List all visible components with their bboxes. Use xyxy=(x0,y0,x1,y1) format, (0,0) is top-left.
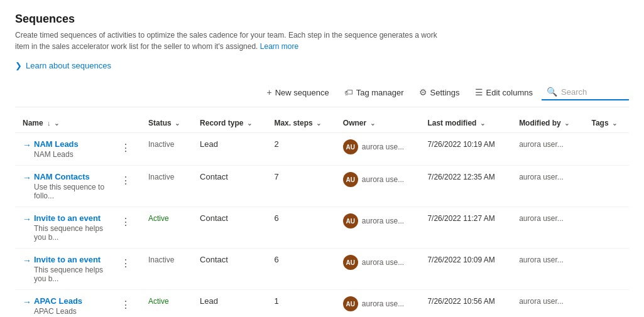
chevron-down-icon: ⌄ xyxy=(316,120,321,127)
page-title: Sequences xyxy=(15,13,629,26)
avatar: AU xyxy=(343,255,358,270)
cell-status: Active xyxy=(141,290,192,318)
owner-name: aurora use... xyxy=(362,142,404,151)
last-modified-value: 7/26/2022 11:27 AM xyxy=(427,214,494,223)
avatar: AU xyxy=(343,213,358,228)
owner-name: aurora use... xyxy=(362,299,404,308)
record-type-value: Contact xyxy=(200,255,228,264)
cell-status: Inactive xyxy=(141,249,192,290)
sequence-subtitle: This sequence helps you b... xyxy=(34,266,116,283)
max-steps-value: 1 xyxy=(274,296,278,306)
modified-by-value: aurora user... xyxy=(519,140,564,149)
col-tags[interactable]: Tags ⌄ xyxy=(584,114,629,133)
cell-name: → Invite to an event This sequence helps… xyxy=(15,207,141,249)
cell-tags xyxy=(584,166,629,207)
cell-max-steps: 7 xyxy=(266,166,335,207)
max-steps-value: 6 xyxy=(274,255,278,264)
chevron-down-icon: ⌄ xyxy=(480,120,485,127)
last-modified-value: 7/26/2022 12:35 AM xyxy=(427,173,494,181)
cell-max-steps: 2 xyxy=(266,133,335,166)
cell-last-modified: 7/26/2022 10:56 AM xyxy=(420,290,511,318)
search-box[interactable]: 🔍 xyxy=(542,84,629,100)
cell-last-modified: 7/26/2022 10:09 AM xyxy=(420,249,511,290)
table-row: → Invite to an event This sequence helps… xyxy=(15,249,629,290)
sequence-name-link[interactable]: NAM Contacts xyxy=(34,172,116,181)
record-type-value: Lead xyxy=(200,139,218,149)
search-input[interactable] xyxy=(561,87,624,97)
toolbar: + New sequence 🏷 Tag manager ⚙ Settings … xyxy=(15,84,629,107)
col-status[interactable]: Status ⌄ xyxy=(141,114,192,133)
chevron-down-icon: ⌄ xyxy=(54,120,59,127)
status-badge: Inactive xyxy=(148,254,174,266)
cell-last-modified: 7/26/2022 12:35 AM xyxy=(420,166,511,207)
col-name[interactable]: Name ↓ ⌄ xyxy=(15,114,141,133)
col-record-type[interactable]: Record type ⌄ xyxy=(192,114,266,133)
cell-owner: AU aurora use... xyxy=(336,249,420,290)
cell-tags xyxy=(584,207,629,249)
sort-asc-icon: ↓ xyxy=(47,119,51,127)
learn-more-section: ❯ Learn about sequences xyxy=(15,61,629,70)
sequence-name-link[interactable]: APAC Leads xyxy=(34,296,82,306)
cell-max-steps: 6 xyxy=(266,207,335,249)
more-options-button[interactable]: ⋮ xyxy=(118,172,133,189)
status-badge: Inactive xyxy=(148,139,174,150)
cell-status: Inactive xyxy=(141,133,192,166)
record-type-value: Contact xyxy=(200,172,228,181)
cell-record-type: Contact xyxy=(192,166,266,207)
status-badge: Active xyxy=(148,296,169,307)
chevron-down-icon: ⌄ xyxy=(247,120,252,127)
tag-manager-button[interactable]: 🏷 Tag manager xyxy=(338,84,410,100)
sequence-arrow-icon: → xyxy=(23,255,31,266)
max-steps-value: 7 xyxy=(274,172,278,181)
more-options-button[interactable]: ⋮ xyxy=(118,213,133,230)
cell-owner: AU aurora use... xyxy=(336,207,420,249)
sequence-arrow-icon: → xyxy=(23,140,31,150)
cell-name: → Invite to an event This sequence helps… xyxy=(15,249,141,290)
cell-tags xyxy=(584,249,629,290)
status-badge: Active xyxy=(148,213,169,224)
sequence-arrow-icon: → xyxy=(23,173,31,183)
cell-modified-by: aurora user... xyxy=(511,207,584,249)
cell-modified-by: aurora user... xyxy=(511,166,584,207)
cell-record-type: Contact xyxy=(192,207,266,249)
sequence-name-link[interactable]: Invite to an event xyxy=(34,255,116,264)
settings-button[interactable]: ⚙ Settings xyxy=(413,84,466,100)
avatar: AU xyxy=(343,139,358,154)
learn-more-toggle[interactable]: ❯ Learn about sequences xyxy=(15,61,629,70)
chevron-down-icon: ⌄ xyxy=(370,120,375,127)
plus-icon: + xyxy=(267,87,272,97)
more-options-button[interactable]: ⋮ xyxy=(118,296,133,313)
cell-owner: AU aurora use... xyxy=(336,133,420,166)
new-sequence-button[interactable]: + New sequence xyxy=(261,84,336,100)
more-options-button[interactable]: ⋮ xyxy=(118,139,133,156)
cell-last-modified: 7/26/2022 10:19 AM xyxy=(420,133,511,166)
sequence-subtitle: APAC Leads xyxy=(34,307,82,316)
edit-columns-button[interactable]: ☰ Edit columns xyxy=(469,84,539,100)
col-owner[interactable]: Owner ⌄ xyxy=(336,114,420,133)
table-row: → APAC Leads APAC Leads ⋮ Active Lead 1 xyxy=(15,290,629,318)
cell-owner: AU aurora use... xyxy=(336,166,420,207)
record-type-value: Lead xyxy=(200,296,218,306)
record-type-value: Contact xyxy=(200,213,228,223)
col-modified-by[interactable]: Modified by ⌄ xyxy=(511,114,584,133)
sequence-name-link[interactable]: Invite to an event xyxy=(34,213,116,223)
status-badge: Inactive xyxy=(148,171,174,183)
cell-name: → NAM Contacts Use this sequence to foll… xyxy=(15,166,141,207)
cell-modified-by: aurora user... xyxy=(511,249,584,290)
col-max-steps[interactable]: Max. steps ⌄ xyxy=(266,114,335,133)
max-steps-value: 2 xyxy=(274,139,278,149)
modified-by-value: aurora user... xyxy=(519,297,564,306)
modified-by-value: aurora user... xyxy=(519,255,564,264)
chevron-down-icon: ⌄ xyxy=(175,120,180,127)
sequence-arrow-icon: → xyxy=(23,297,31,307)
table-row: → NAM Leads NAM Leads ⋮ Inactive Lead 2 xyxy=(15,133,629,166)
last-modified-value: 7/26/2022 10:19 AM xyxy=(427,140,494,149)
col-last-modified[interactable]: Last modified ⌄ xyxy=(420,114,511,133)
gear-icon: ⚙ xyxy=(419,87,427,97)
owner-name: aurora use... xyxy=(362,258,404,267)
more-options-button[interactable]: ⋮ xyxy=(118,255,133,272)
chevron-down-icon: ⌄ xyxy=(612,120,617,127)
cell-tags xyxy=(584,290,629,318)
learn-more-link[interactable]: Learn more xyxy=(260,42,298,51)
sequence-name-link[interactable]: NAM Leads xyxy=(34,139,79,149)
